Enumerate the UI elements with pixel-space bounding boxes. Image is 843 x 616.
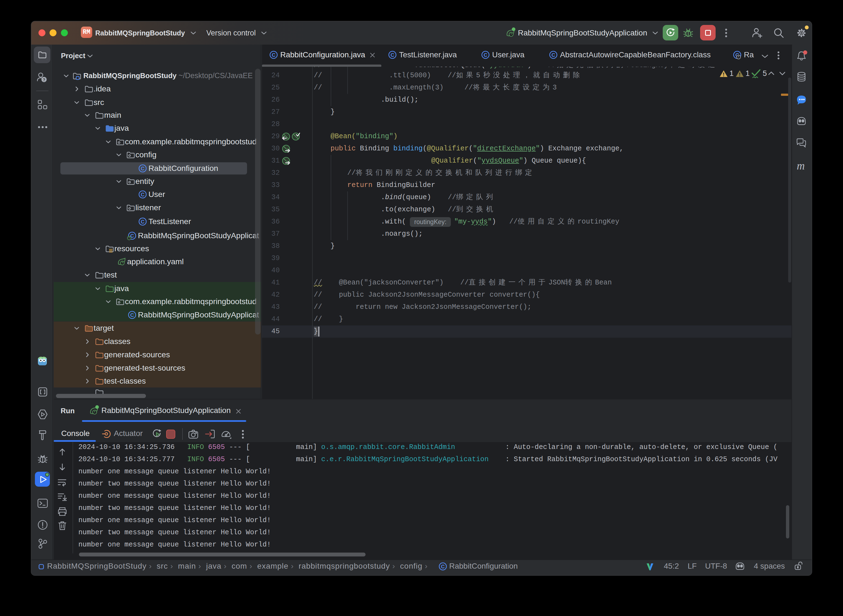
svg-text:C: C — [484, 52, 487, 58]
svg-text:?: ? — [43, 78, 45, 82]
svg-text:C: C — [390, 52, 394, 58]
svg-text:C: C — [551, 52, 555, 58]
svg-text:C: C — [441, 564, 444, 569]
svg-text:C: C — [141, 166, 144, 172]
svg-text:C: C — [141, 219, 144, 224]
svg-text:C: C — [130, 312, 134, 318]
svg-text:C: C — [141, 192, 144, 198]
svg-text:C: C — [272, 52, 275, 58]
